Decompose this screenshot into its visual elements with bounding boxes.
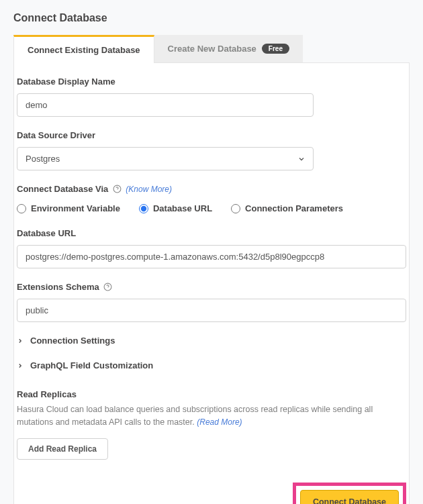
field-display-name: Database Display Name: [14, 77, 316, 117]
field-ext-schema: Extensions Schema: [14, 282, 409, 322]
tab-existing-label: Connect Existing Database: [28, 45, 140, 55]
graphql-custom-label: GraphQL Field Customization: [30, 360, 153, 370]
connect-database-button[interactable]: Connect Database: [300, 490, 399, 505]
label-driver: Data Source Driver: [17, 130, 314, 140]
tabs: Connect Existing Database Create New Dat…: [13, 35, 410, 63]
display-name-input[interactable]: [17, 93, 314, 117]
field-connect-via: Connect Database Via (Know More): [14, 184, 409, 194]
know-more-link[interactable]: (Know More): [126, 185, 172, 194]
radio-db-url-label: Database URL: [153, 203, 212, 213]
help-icon[interactable]: [112, 185, 122, 194]
radio-conn-params-label: Connection Parameters: [245, 203, 343, 213]
radio-env-var-label: Environment Variable: [31, 203, 120, 213]
tab-create-label: Create New Database: [168, 44, 256, 54]
radio-conn-params[interactable]: Connection Parameters: [231, 203, 343, 213]
graphql-custom-toggle[interactable]: GraphQL Field Customization: [14, 360, 409, 370]
label-display-name: Database Display Name: [17, 77, 314, 87]
ext-schema-input[interactable]: [17, 299, 406, 322]
add-read-replica-button[interactable]: Add Read Replica: [17, 438, 108, 460]
radio-env-var[interactable]: Environment Variable: [17, 203, 120, 213]
read-replicas-desc-text: Hasura Cloud can load balance queries an…: [17, 405, 373, 427]
db-url-input[interactable]: [17, 245, 406, 268]
read-replicas-title: Read Replicas: [14, 389, 409, 399]
read-more-link[interactable]: (Read More): [197, 417, 242, 427]
radio-db-url-input[interactable]: [139, 204, 148, 213]
label-ext-schema: Extensions Schema: [17, 282, 99, 292]
radio-env-var-input[interactable]: [17, 204, 26, 213]
connection-settings-label: Connection Settings: [30, 336, 115, 346]
form-panel: Database Display Name Data Source Driver…: [13, 63, 410, 504]
free-badge: Free: [262, 44, 289, 54]
driver-select[interactable]: Postgres: [17, 147, 314, 170]
help-icon[interactable]: [103, 283, 113, 292]
label-connect-via: Connect Database Via: [17, 184, 108, 194]
radio-conn-params-input[interactable]: [231, 204, 240, 213]
chevron-right-icon: [17, 362, 23, 369]
read-replicas-desc: Hasura Cloud can load balance queries an…: [14, 403, 409, 429]
footer: Connect Database: [14, 473, 409, 505]
field-db-url: Database URL: [14, 228, 409, 268]
radio-db-url[interactable]: Database URL: [139, 203, 212, 213]
chevron-right-icon: [17, 338, 23, 344]
connect-via-radio-group: Environment Variable Database URL Connec…: [14, 203, 409, 213]
page-title: Connect Database: [13, 12, 410, 24]
field-driver: Data Source Driver Postgres: [14, 130, 316, 170]
label-db-url: Database URL: [17, 228, 406, 238]
tab-create[interactable]: Create New Database Free: [154, 35, 303, 62]
tab-existing[interactable]: Connect Existing Database: [13, 35, 154, 63]
connection-settings-toggle[interactable]: Connection Settings: [14, 336, 409, 346]
highlight-box: Connect Database: [293, 483, 406, 505]
